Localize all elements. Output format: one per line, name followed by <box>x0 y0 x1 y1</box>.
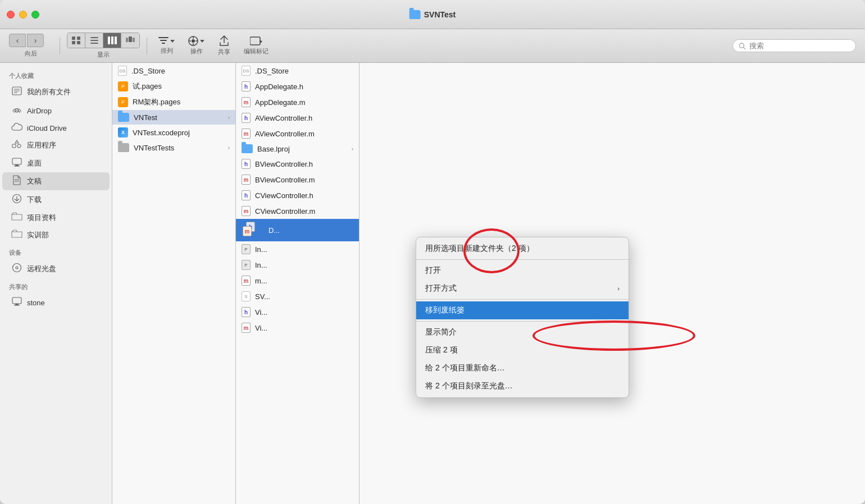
file-svntest-folder[interactable]: VNTest › <box>112 110 235 125</box>
action-button[interactable]: 操作 <box>184 35 209 57</box>
traffic-lights <box>7 11 39 19</box>
file-multi-selected[interactable]: h m D... <box>236 219 359 241</box>
nav-label: 向后 <box>25 49 37 58</box>
forward-button[interactable]: › <box>27 34 44 47</box>
file-bviewcontroller-m[interactable]: m BViewController.m <box>236 172 359 187</box>
sidebar-item-desktop[interactable]: 桌面 <box>2 155 110 172</box>
svg-rect-45 <box>15 304 19 305</box>
sidebar-label-training: 实训部 <box>27 230 49 240</box>
file-ds-store-1[interactable]: DS .DS_Store <box>112 63 235 79</box>
sidebar-label-remote-disc: 远程光盘 <box>27 264 56 274</box>
plist-icon-2: P <box>242 260 251 270</box>
training-icon <box>11 230 22 241</box>
sidebar-item-icloud[interactable]: iCloud Drive <box>2 120 110 136</box>
sidebar-label-projects: 项目资料 <box>27 213 56 223</box>
titlebar: SVNTest <box>0 0 865 29</box>
file-pages-2[interactable]: P RM架构.pages <box>112 94 235 110</box>
icon-view-btn[interactable] <box>67 33 85 48</box>
sidebar-item-remote-disc[interactable]: 远程光盘 <box>2 260 110 278</box>
coverflow-view-btn[interactable] <box>121 33 139 48</box>
column-view-btn[interactable] <box>103 33 121 48</box>
share-button[interactable]: 共享 <box>213 34 235 57</box>
list-view-btn[interactable] <box>85 33 103 48</box>
context-open[interactable]: 打开 <box>416 262 629 280</box>
svg-marker-16 <box>170 40 175 43</box>
sidebar-item-all-files[interactable]: 我的所有文件 <box>2 83 110 101</box>
sidebar-item-apps[interactable]: 应用程序 <box>2 136 110 154</box>
file-cviewcontroller-h[interactable]: h CViewController.h <box>236 187 359 203</box>
file-vntest-tests[interactable]: VNTestTests › <box>112 140 235 155</box>
h-icon-aview: h <box>242 113 251 123</box>
svg-rect-5 <box>90 40 98 41</box>
maximize-button[interactable] <box>31 11 39 19</box>
sidebar-item-airdrop[interactable]: AirDrop <box>2 102 110 120</box>
svg-rect-14 <box>160 40 167 41</box>
svg-rect-34 <box>12 144 16 148</box>
sidebar-item-documents[interactable]: 文稿 <box>2 172 110 190</box>
svg-rect-7 <box>108 36 110 44</box>
sidebar-label-stone: stone <box>27 299 45 307</box>
sort-button[interactable]: 排列 <box>154 35 179 56</box>
file-aviewcontroller-m[interactable]: m AViewController.m <box>236 126 359 141</box>
context-open-with[interactable]: 打开方式 › <box>416 280 629 297</box>
file-bviewcontroller-h[interactable]: h BViewController.h <box>236 156 359 172</box>
all-files-icon <box>11 86 22 98</box>
file-view1[interactable]: h Vi... <box>236 304 359 320</box>
file-appdelegate-m[interactable]: m AppDelegate.m <box>236 94 359 110</box>
file-info2[interactable]: P In... <box>236 257 359 273</box>
context-menu: 用所选项目新建文件夹（2 项） 打开 打开方式 › 移到废纸篓 显示简介 <box>416 237 629 398</box>
window-title: SVNTest <box>424 10 456 19</box>
nav-buttons: ‹ › <box>9 34 44 47</box>
svg-line-27 <box>744 47 745 49</box>
svg-rect-15 <box>162 43 165 44</box>
close-button[interactable] <box>7 11 15 19</box>
file-info-plist[interactable]: P In... <box>236 241 359 257</box>
svg-rect-46 <box>14 305 20 306</box>
file-base-lproj[interactable]: Base.lproj › <box>236 141 359 156</box>
svg-rect-9 <box>115 36 117 44</box>
file-svn[interactable]: S SV... <box>236 288 359 304</box>
ds-store-icon-2: DS <box>242 66 251 76</box>
sidebar-item-projects[interactable]: 项目资料 <box>2 209 110 226</box>
svg-rect-12 <box>133 38 135 42</box>
edit-mark-button[interactable]: 编辑标记 <box>239 35 273 57</box>
sidebar-item-training[interactable]: 实训部 <box>2 227 110 244</box>
file-aviewcontroller-h[interactable]: h AViewController.h <box>236 110 359 126</box>
context-rename[interactable]: 给 2 个项目重新命名… <box>416 359 629 377</box>
svg-rect-24 <box>250 37 260 45</box>
context-compress[interactable]: 压缩 2 项 <box>416 341 629 359</box>
context-burn[interactable]: 将 2 个项目刻录至光盘… <box>416 377 629 395</box>
file-xcodeproj[interactable]: X VNTest.xcodeproj <box>112 125 235 140</box>
search-input[interactable] <box>749 42 850 50</box>
file-view2[interactable]: m Vi... <box>236 320 359 336</box>
main-content: 个人收藏 我的所有文件 AirDrop iCloud Drive <box>0 63 865 504</box>
svg-point-43 <box>16 267 18 269</box>
file-browser: DS .DS_Store P 试.pages P RM架构.pages VNTe… <box>112 63 865 504</box>
view-buttons <box>67 33 140 48</box>
toolbar-divider-1 <box>60 38 60 54</box>
sidebar-item-downloads[interactable]: 下载 <box>2 191 110 209</box>
plist-icon-1: P <box>242 244 251 254</box>
file-pages-1[interactable]: P 试.pages <box>112 79 235 94</box>
h-icon-view1: h <box>242 307 251 317</box>
context-move-to-trash[interactable]: 移到废纸篓 <box>416 301 629 319</box>
svg-rect-37 <box>14 166 20 167</box>
sidebar-label-downloads: 下载 <box>27 195 42 205</box>
context-new-folder-from-selection[interactable]: 用所选项目新建文件夹（2 项） <box>416 240 629 258</box>
context-separator-2 <box>416 299 629 300</box>
finder-window: SVNTest ‹ › 向后 <box>0 0 865 504</box>
file-main-m[interactable]: m m... <box>236 273 359 288</box>
sidebar-item-stone[interactable]: stone <box>2 294 110 311</box>
minimize-button[interactable] <box>19 11 27 19</box>
back-button[interactable]: ‹ <box>9 34 26 47</box>
h-icon-appdelegate: h <box>242 81 251 91</box>
svg-rect-8 <box>111 36 113 44</box>
context-show-info[interactable]: 显示简介 <box>416 323 629 341</box>
sidebar-label-apps: 应用程序 <box>27 140 56 150</box>
chevron-tests: › <box>228 145 230 151</box>
file-cviewcontroller-m[interactable]: m CViewController.m <box>236 203 359 219</box>
sidebar-label-all-files: 我的所有文件 <box>27 87 71 97</box>
file-ds-store-2[interactable]: DS .DS_Store <box>236 63 359 79</box>
file-appdelegate-h[interactable]: h AppDelegate.h <box>236 79 359 94</box>
search-box[interactable] <box>732 39 856 52</box>
